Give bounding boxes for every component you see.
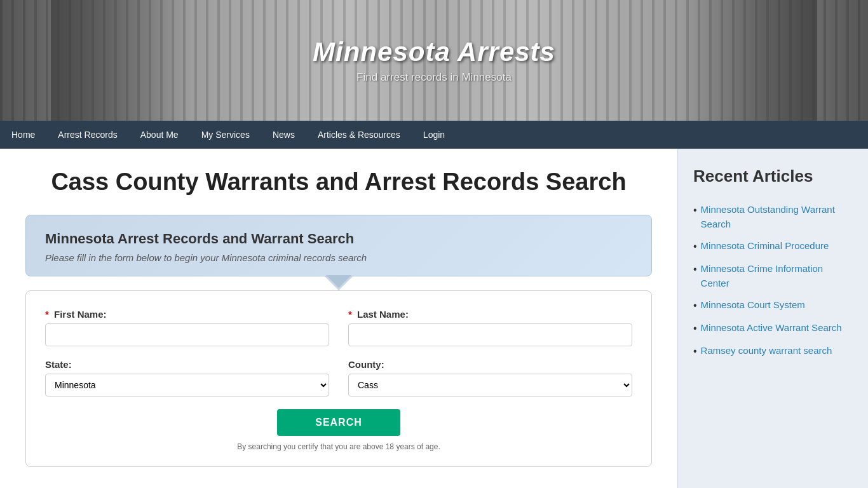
- last-name-group: * Last Name:: [348, 309, 632, 346]
- content-area: Cass County Warrants and Arrest Records …: [0, 149, 677, 488]
- sidebar-title: Recent Articles: [693, 166, 853, 186]
- nav-arrest-records[interactable]: Arrest Records: [46, 121, 128, 149]
- first-name-input[interactable]: [45, 323, 329, 346]
- county-select[interactable]: Cass Hennepin Ramsey Dakota Anoka Washin…: [348, 374, 632, 396]
- article-link-3[interactable]: Minnesota Crime Information Center: [701, 262, 853, 290]
- state-group: State: Minnesota Wisconsin Iowa North Da…: [45, 359, 329, 396]
- main-wrap: Cass County Warrants and Arrest Records …: [0, 149, 868, 488]
- site-header: Minnesota Arrests Find arrest records in…: [0, 0, 868, 121]
- list-item: Minnesota Crime Information Center: [693, 258, 853, 294]
- nav-my-services[interactable]: My Services: [190, 121, 261, 149]
- state-select[interactable]: Minnesota Wisconsin Iowa North Dakota So…: [45, 374, 329, 396]
- article-link-4[interactable]: Minnesota Court System: [701, 298, 805, 313]
- article-link-2[interactable]: Minnesota Criminal Procedure: [701, 239, 829, 254]
- last-name-required-star: *: [348, 309, 352, 320]
- list-item: Minnesota Court System: [693, 294, 853, 317]
- search-box-header: Minnesota Arrest Records and Warrant Sea…: [25, 215, 652, 276]
- header-overlay-right: [677, 0, 817, 121]
- list-item: Minnesota Criminal Procedure: [693, 235, 853, 258]
- article-link-6[interactable]: Ramsey county warrant search: [701, 344, 832, 358]
- site-title: Minnesota Arrests: [313, 37, 555, 67]
- county-label: County:: [348, 359, 632, 370]
- form-note: By searching you certify that you are ab…: [45, 442, 632, 451]
- nav-login[interactable]: Login: [412, 121, 456, 149]
- state-label: State:: [45, 359, 329, 370]
- nav-about-me[interactable]: About Me: [129, 121, 190, 149]
- last-name-label: * Last Name:: [348, 309, 632, 320]
- main-nav: Home Arrest Records About Me My Services…: [0, 121, 868, 149]
- name-row: * First Name: * Last Name:: [45, 309, 632, 346]
- first-name-required-star: *: [45, 309, 49, 320]
- list-item: Ramsey county warrant search: [693, 340, 853, 363]
- article-link-1[interactable]: Minnesota Outstanding Warrant Search: [701, 203, 853, 231]
- last-name-label-text: Last Name:: [357, 309, 409, 320]
- header-overlay-left: [51, 0, 191, 121]
- nav-home[interactable]: Home: [0, 121, 46, 149]
- last-name-input[interactable]: [348, 323, 632, 346]
- list-item: Minnesota Outstanding Warrant Search: [693, 199, 853, 235]
- site-title-wrap: Minnesota Arrests Find arrest records in…: [313, 37, 555, 84]
- nav-articles[interactable]: Articles & Resources: [306, 121, 412, 149]
- first-name-label: * First Name:: [45, 309, 329, 320]
- recent-articles-list: Minnesota Outstanding Warrant Search Min…: [693, 199, 853, 363]
- county-group: County: Cass Hennepin Ramsey Dakota Anok…: [348, 359, 632, 396]
- nav-news[interactable]: News: [261, 121, 306, 149]
- search-box-subtitle: Please fill in the form below to begin y…: [45, 252, 632, 263]
- page-title: Cass County Warrants and Arrest Records …: [25, 168, 652, 197]
- search-button-wrap: SEARCH: [45, 409, 632, 436]
- sidebar: Recent Articles Minnesota Outstanding Wa…: [677, 149, 868, 488]
- search-form-area: * First Name: * Last Name: State:: [25, 290, 652, 467]
- arrow-down-indicator: [325, 276, 353, 290]
- location-row: State: Minnesota Wisconsin Iowa North Da…: [45, 359, 632, 396]
- first-name-label-text: First Name:: [54, 309, 107, 320]
- search-button[interactable]: SEARCH: [277, 409, 400, 436]
- site-subtitle: Find arrest records in Minnesota: [313, 71, 555, 84]
- list-item: Minnesota Active Warrant Search: [693, 317, 853, 340]
- first-name-group: * First Name:: [45, 309, 329, 346]
- article-link-5[interactable]: Minnesota Active Warrant Search: [701, 321, 842, 336]
- search-box-title: Minnesota Arrest Records and Warrant Sea…: [45, 231, 632, 247]
